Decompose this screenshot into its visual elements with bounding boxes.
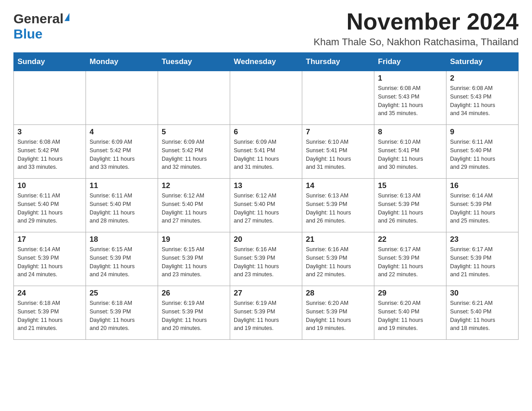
calendar-cell: 20Sunrise: 6:16 AMSunset: 5:39 PMDayligh… — [230, 232, 302, 286]
week-row-2: 3Sunrise: 6:08 AMSunset: 5:42 PMDaylight… — [14, 125, 519, 179]
calendar-cell — [230, 71, 302, 125]
calendar-cell: 17Sunrise: 6:14 AMSunset: 5:39 PMDayligh… — [14, 232, 86, 286]
calendar-cell: 1Sunrise: 6:08 AMSunset: 5:43 PMDaylight… — [374, 71, 446, 125]
calendar-cell: 19Sunrise: 6:15 AMSunset: 5:39 PMDayligh… — [158, 232, 230, 286]
calendar-cell: 30Sunrise: 6:21 AMSunset: 5:40 PMDayligh… — [446, 286, 519, 340]
day-number: 12 — [162, 181, 226, 190]
day-info: Sunrise: 6:13 AMSunset: 5:39 PMDaylight:… — [378, 192, 442, 225]
day-info: Sunrise: 6:12 AMSunset: 5:40 PMDaylight:… — [234, 192, 298, 225]
day-number: 16 — [450, 181, 515, 190]
calendar-cell: 22Sunrise: 6:17 AMSunset: 5:39 PMDayligh… — [374, 232, 446, 286]
day-info: Sunrise: 6:09 AMSunset: 5:42 PMDaylight:… — [90, 138, 154, 171]
day-number: 1 — [378, 74, 442, 83]
calendar-cell: 24Sunrise: 6:18 AMSunset: 5:39 PMDayligh… — [14, 286, 86, 340]
calendar-cell: 13Sunrise: 6:12 AMSunset: 5:40 PMDayligh… — [230, 179, 302, 232]
header: General Blue November 2024 Kham Thale So… — [13, 9, 519, 48]
day-number: 5 — [162, 128, 226, 137]
calendar-cell: 16Sunrise: 6:14 AMSunset: 5:39 PMDayligh… — [446, 179, 519, 232]
month-title: November 2024 — [313, 9, 519, 34]
calendar-header-saturday: Saturday — [446, 53, 519, 71]
week-row-5: 24Sunrise: 6:18 AMSunset: 5:39 PMDayligh… — [14, 286, 519, 340]
calendar-header-row: SundayMondayTuesdayWednesdayThursdayFrid… — [14, 53, 519, 71]
day-info: Sunrise: 6:19 AMSunset: 5:39 PMDaylight:… — [234, 299, 298, 333]
calendar-cell: 25Sunrise: 6:18 AMSunset: 5:39 PMDayligh… — [86, 286, 158, 340]
calendar-cell: 14Sunrise: 6:13 AMSunset: 5:39 PMDayligh… — [302, 179, 374, 232]
week-row-1: 1Sunrise: 6:08 AMSunset: 5:43 PMDaylight… — [14, 71, 519, 125]
day-number: 26 — [162, 289, 226, 298]
calendar: SundayMondayTuesdayWednesdayThursdayFrid… — [13, 52, 519, 340]
day-number: 15 — [378, 181, 442, 190]
calendar-header-monday: Monday — [86, 53, 158, 71]
logo: General Blue — [13, 9, 69, 42]
day-info: Sunrise: 6:17 AMSunset: 5:39 PMDaylight:… — [450, 245, 515, 279]
day-number: 17 — [17, 235, 82, 244]
day-number: 13 — [234, 181, 298, 190]
day-number: 19 — [162, 235, 226, 244]
calendar-cell: 27Sunrise: 6:19 AMSunset: 5:39 PMDayligh… — [230, 286, 302, 340]
week-row-3: 10Sunrise: 6:11 AMSunset: 5:40 PMDayligh… — [14, 179, 519, 232]
title-area: November 2024 Kham Thale So, Nakhon Ratc… — [313, 9, 519, 48]
calendar-cell: 7Sunrise: 6:10 AMSunset: 5:41 PMDaylight… — [302, 125, 374, 179]
calendar-cell — [158, 71, 230, 125]
calendar-header-sunday: Sunday — [14, 53, 86, 71]
day-info: Sunrise: 6:21 AMSunset: 5:40 PMDaylight:… — [450, 299, 515, 333]
day-number: 2 — [450, 74, 515, 83]
logo-triangle-icon — [64, 13, 69, 21]
day-number: 8 — [378, 128, 442, 137]
calendar-cell: 3Sunrise: 6:08 AMSunset: 5:42 PMDaylight… — [14, 125, 86, 179]
calendar-header-tuesday: Tuesday — [158, 53, 230, 71]
day-number: 3 — [17, 128, 82, 137]
calendar-cell: 10Sunrise: 6:11 AMSunset: 5:40 PMDayligh… — [14, 179, 86, 232]
day-info: Sunrise: 6:10 AMSunset: 5:41 PMDaylight:… — [378, 138, 442, 171]
calendar-cell: 26Sunrise: 6:19 AMSunset: 5:39 PMDayligh… — [158, 286, 230, 340]
calendar-cell: 2Sunrise: 6:08 AMSunset: 5:43 PMDaylight… — [446, 71, 519, 125]
day-number: 9 — [450, 128, 515, 137]
day-info: Sunrise: 6:16 AMSunset: 5:39 PMDaylight:… — [306, 245, 370, 279]
day-info: Sunrise: 6:09 AMSunset: 5:41 PMDaylight:… — [234, 138, 298, 171]
day-info: Sunrise: 6:15 AMSunset: 5:39 PMDaylight:… — [90, 245, 154, 279]
day-info: Sunrise: 6:16 AMSunset: 5:39 PMDaylight:… — [234, 245, 298, 279]
calendar-cell: 28Sunrise: 6:20 AMSunset: 5:39 PMDayligh… — [302, 286, 374, 340]
day-info: Sunrise: 6:19 AMSunset: 5:39 PMDaylight:… — [162, 299, 226, 333]
day-info: Sunrise: 6:08 AMSunset: 5:43 PMDaylight:… — [378, 84, 442, 118]
week-row-4: 17Sunrise: 6:14 AMSunset: 5:39 PMDayligh… — [14, 232, 519, 286]
logo-general-text: General — [13, 11, 64, 26]
calendar-cell: 9Sunrise: 6:11 AMSunset: 5:40 PMDaylight… — [446, 125, 519, 179]
calendar-cell: 5Sunrise: 6:09 AMSunset: 5:42 PMDaylight… — [158, 125, 230, 179]
day-number: 14 — [306, 181, 370, 190]
day-number: 23 — [450, 235, 515, 244]
calendar-cell: 21Sunrise: 6:16 AMSunset: 5:39 PMDayligh… — [302, 232, 374, 286]
day-info: Sunrise: 6:09 AMSunset: 5:42 PMDaylight:… — [162, 138, 226, 171]
calendar-cell: 4Sunrise: 6:09 AMSunset: 5:42 PMDaylight… — [86, 125, 158, 179]
day-info: Sunrise: 6:11 AMSunset: 5:40 PMDaylight:… — [17, 192, 82, 225]
day-number: 30 — [450, 289, 515, 298]
day-info: Sunrise: 6:14 AMSunset: 5:39 PMDaylight:… — [17, 245, 82, 279]
day-info: Sunrise: 6:08 AMSunset: 5:42 PMDaylight:… — [17, 138, 82, 171]
calendar-cell: 11Sunrise: 6:11 AMSunset: 5:40 PMDayligh… — [86, 179, 158, 232]
day-number: 4 — [90, 128, 154, 137]
day-number: 25 — [90, 289, 154, 298]
calendar-cell — [14, 71, 86, 125]
calendar-cell — [86, 71, 158, 125]
day-number: 20 — [234, 235, 298, 244]
day-number: 18 — [90, 235, 154, 244]
day-number: 22 — [378, 235, 442, 244]
day-info: Sunrise: 6:14 AMSunset: 5:39 PMDaylight:… — [450, 192, 515, 225]
day-number: 27 — [234, 289, 298, 298]
day-number: 7 — [306, 128, 370, 137]
calendar-header-friday: Friday — [374, 53, 446, 71]
day-number: 24 — [17, 289, 82, 298]
day-number: 28 — [306, 289, 370, 298]
day-info: Sunrise: 6:11 AMSunset: 5:40 PMDaylight:… — [90, 192, 154, 225]
calendar-cell: 15Sunrise: 6:13 AMSunset: 5:39 PMDayligh… — [374, 179, 446, 232]
day-info: Sunrise: 6:18 AMSunset: 5:39 PMDaylight:… — [17, 299, 82, 333]
calendar-header-thursday: Thursday — [302, 53, 374, 71]
calendar-cell: 8Sunrise: 6:10 AMSunset: 5:41 PMDaylight… — [374, 125, 446, 179]
calendar-cell: 6Sunrise: 6:09 AMSunset: 5:41 PMDaylight… — [230, 125, 302, 179]
day-info: Sunrise: 6:17 AMSunset: 5:39 PMDaylight:… — [378, 245, 442, 279]
day-info: Sunrise: 6:13 AMSunset: 5:39 PMDaylight:… — [306, 192, 370, 225]
day-info: Sunrise: 6:12 AMSunset: 5:40 PMDaylight:… — [162, 192, 226, 225]
calendar-cell: 23Sunrise: 6:17 AMSunset: 5:39 PMDayligh… — [446, 232, 519, 286]
day-number: 29 — [378, 289, 442, 298]
logo-blue-text: Blue — [13, 26, 43, 41]
